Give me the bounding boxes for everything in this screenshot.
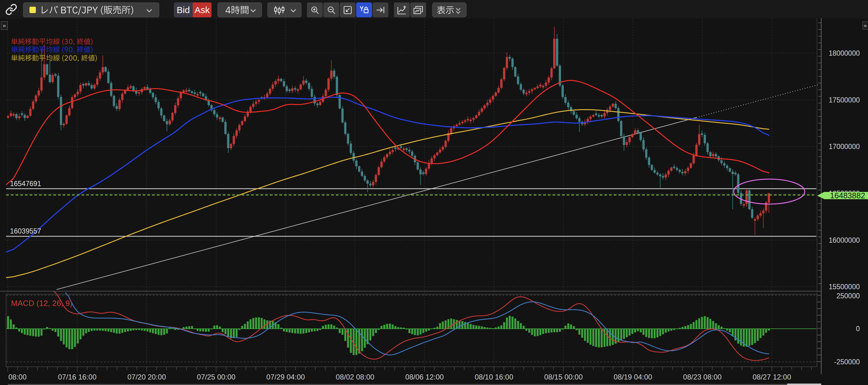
svg-text:«: « (864, 22, 867, 29)
svg-text:17500000: 17500000 (829, 96, 860, 104)
svg-text:0: 0 (856, 325, 860, 333)
svg-text:-250000: -250000 (834, 358, 860, 366)
svg-text:MACD (12, 26, 9): MACD (12, 26, 9) (11, 299, 72, 308)
svg-text:17000000: 17000000 (829, 143, 860, 151)
svg-text:07/29 04:00: 07/29 04:00 (266, 373, 305, 381)
svg-text:08/02 08:00: 08/02 08:00 (336, 373, 374, 381)
svg-text:16547691: 16547691 (10, 180, 41, 188)
svg-text:16483882: 16483882 (830, 191, 865, 200)
svg-text:16039557: 16039557 (10, 227, 41, 235)
svg-text:08/06 12:00: 08/06 12:00 (405, 373, 444, 381)
svg-text:07/25 00:00: 07/25 00:00 (197, 373, 236, 381)
svg-text:08/10 16:00: 08/10 16:00 (475, 373, 513, 381)
svg-text:15500000: 15500000 (829, 283, 860, 291)
svg-text:08/23 08:00: 08/23 08:00 (683, 373, 722, 381)
svg-text:16000000: 16000000 (829, 236, 860, 244)
svg-text:08/27 12:00: 08/27 12:00 (752, 373, 791, 381)
svg-text:18000000: 18000000 (829, 49, 860, 57)
svg-text:08:00: 08:00 (8, 373, 26, 381)
svg-text:07/20 20:00: 07/20 20:00 (127, 373, 166, 381)
svg-text:»: » (3, 22, 6, 29)
svg-text:08/15 00:00: 08/15 00:00 (544, 373, 583, 381)
svg-text:08/19 04:00: 08/19 04:00 (614, 373, 652, 381)
svg-text:07/16 16:00: 07/16 16:00 (58, 373, 97, 381)
svg-text:250000: 250000 (836, 292, 860, 300)
